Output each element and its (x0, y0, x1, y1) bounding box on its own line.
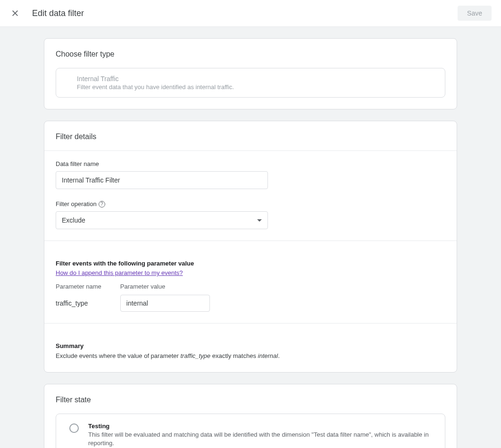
filter-name-input[interactable] (56, 171, 268, 189)
param-name-label: Parameter name (56, 283, 101, 290)
filter-state-options: TestingThis filter will be evaluated and… (56, 414, 445, 448)
choose-filter-type-card: Choose filter type Internal Traffic Filt… (44, 38, 457, 109)
filter-operation-label: Filter operation ? (56, 200, 445, 207)
filter-type-option[interactable]: Internal Traffic Filter event data that … (56, 68, 445, 98)
page-title: Edit data filter (32, 8, 458, 18)
filter-details-card: Filter details Data filter name Filter o… (44, 121, 457, 373)
state-option-title: Testing (88, 423, 435, 430)
filter-name-label: Data filter name (56, 160, 445, 167)
choose-filter-type-heading: Choose filter type (44, 39, 457, 68)
param-section-title: Filter events with the following paramet… (56, 260, 445, 267)
filter-operation-field: Filter operation ? Exclude (56, 200, 445, 229)
filter-name-field: Data filter name (56, 160, 445, 189)
radio-testing[interactable] (69, 423, 79, 433)
param-value-input[interactable] (120, 295, 210, 312)
close-icon (11, 9, 19, 17)
page-header: Edit data filter Save (0, 0, 501, 27)
filter-state-heading: Filter state (44, 384, 457, 414)
filter-state-option-testing[interactable]: TestingThis filter will be evaluated and… (56, 414, 445, 448)
summary-text: Exclude events where the value of parame… (56, 351, 445, 361)
filter-type-desc: Filter event data that you have identifi… (77, 83, 435, 91)
param-name-value: traffic_type (56, 295, 101, 307)
filter-operation-value: Exclude (62, 216, 85, 224)
filter-details-heading: Filter details (44, 121, 457, 150)
param-help-link[interactable]: How do I append this parameter to my eve… (56, 269, 183, 276)
param-row: Parameter name traffic_type Parameter va… (56, 283, 445, 312)
content-area: Choose filter type Internal Traffic Filt… (0, 27, 501, 448)
summary-title: Summary (56, 342, 445, 349)
chevron-down-icon (257, 219, 262, 222)
param-value-label: Parameter value (120, 283, 210, 290)
help-icon[interactable]: ? (99, 201, 105, 207)
close-button[interactable] (9, 8, 21, 19)
filter-operation-select[interactable]: Exclude (56, 211, 268, 229)
filter-state-card: Filter state TestingThis filter will be … (44, 384, 457, 448)
save-button[interactable]: Save (458, 6, 492, 21)
state-option-desc: This filter will be evaluated and matchi… (88, 431, 435, 448)
filter-type-title: Internal Traffic (77, 75, 435, 83)
